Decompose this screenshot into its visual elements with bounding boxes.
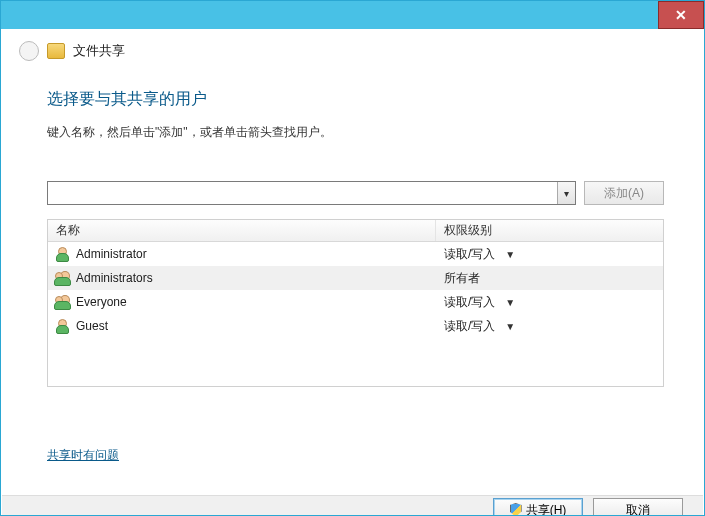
table-body: Administrator读取/写入▼Administrators所有者Ever… (48, 242, 663, 338)
permission-text: 读取/写入 (444, 246, 495, 263)
cell-permission[interactable]: 读取/写入▼ (436, 294, 663, 311)
cancel-button[interactable]: 取消 (593, 498, 683, 515)
user-icon (54, 318, 70, 334)
group-icon (54, 270, 70, 286)
share-button-label: 共享(H) (526, 502, 567, 516)
share-button[interactable]: 共享(H) (493, 498, 583, 515)
window-title: 文件共享 (73, 42, 125, 60)
header: 文件共享 (1, 29, 704, 67)
shield-icon (510, 503, 522, 515)
file-sharing-dialog: ✕ 文件共享 选择要与其共享的用户 键入名称，然后单击"添加"，或者单击箭头查找… (0, 0, 705, 516)
column-name[interactable]: 名称 (48, 220, 436, 241)
group-icon (54, 294, 70, 310)
close-button[interactable]: ✕ (658, 1, 704, 29)
user-name: Everyone (76, 295, 127, 309)
add-user-row: ▾ 添加(A) (47, 181, 664, 205)
user-name: Guest (76, 319, 108, 333)
cell-permission[interactable]: 读取/写入▼ (436, 246, 663, 263)
user-name: Administrators (76, 271, 153, 285)
help-link[interactable]: 共享时有问题 (47, 447, 119, 464)
table-header: 名称 权限级别 (48, 220, 663, 242)
user-input[interactable] (48, 182, 557, 204)
table-row[interactable]: Administrator读取/写入▼ (48, 242, 663, 266)
column-permission[interactable]: 权限级别 (436, 222, 663, 239)
table-row[interactable]: Guest读取/写入▼ (48, 314, 663, 338)
close-icon: ✕ (675, 7, 687, 23)
chevron-down-icon: ▼ (505, 249, 515, 260)
chevron-down-icon: ▾ (564, 188, 569, 199)
cell-permission[interactable]: 读取/写入▼ (436, 318, 663, 335)
cell-name: Administrators (48, 270, 436, 286)
user-icon (54, 246, 70, 262)
permission-text: 所有者 (444, 270, 480, 287)
cell-name: Administrator (48, 246, 436, 262)
user-combobox[interactable]: ▾ (47, 181, 576, 205)
instruction-text: 键入名称，然后单击"添加"，或者单击箭头查找用户。 (47, 124, 664, 141)
footer: 共享(H) 取消 (2, 495, 703, 515)
permission-text: 读取/写入 (444, 294, 495, 311)
titlebar: ✕ (1, 1, 704, 29)
back-button[interactable] (19, 41, 39, 61)
folder-share-icon (47, 43, 65, 59)
user-name: Administrator (76, 247, 147, 261)
add-button[interactable]: 添加(A) (584, 181, 664, 205)
table-row[interactable]: Everyone读取/写入▼ (48, 290, 663, 314)
cell-name: Everyone (48, 294, 436, 310)
chevron-down-icon: ▼ (505, 321, 515, 332)
cell-permission: 所有者 (436, 270, 663, 287)
permission-text: 读取/写入 (444, 318, 495, 335)
table-row[interactable]: Administrators所有者 (48, 266, 663, 290)
users-table: 名称 权限级别 Administrator读取/写入▼Administrator… (47, 219, 664, 387)
page-heading: 选择要与其共享的用户 (47, 89, 664, 110)
chevron-down-icon: ▼ (505, 297, 515, 308)
content-area: 选择要与其共享的用户 键入名称，然后单击"添加"，或者单击箭头查找用户。 ▾ 添… (1, 67, 704, 464)
cell-name: Guest (48, 318, 436, 334)
combobox-dropdown-button[interactable]: ▾ (557, 182, 575, 204)
